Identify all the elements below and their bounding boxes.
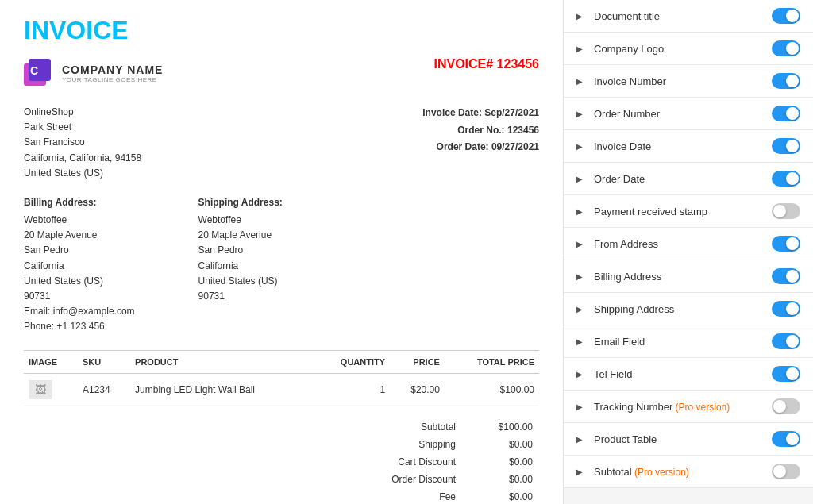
toggle-billing-address[interactable] [772, 268, 800, 284]
toggle-tel-field[interactable] [772, 366, 800, 382]
settings-item-invoice-number[interactable]: ▶ Invoice Number [564, 65, 813, 98]
toggle-invoice-date[interactable] [772, 138, 800, 154]
chevron-icon: ▶ [576, 467, 586, 476]
toggle-thumb [786, 172, 799, 185]
toggle-invoice-number[interactable] [772, 73, 800, 89]
addresses-section: Billing Address: Webtoffee 20 Maple Aven… [24, 197, 539, 335]
toggle-thumb [786, 107, 799, 120]
settings-label: Invoice Date [594, 140, 764, 152]
settings-item-tel-field[interactable]: ▶ Tel Field [564, 358, 813, 391]
settings-label: Email Field [594, 336, 764, 348]
settings-item-subtotal-pro[interactable]: ▶ Subtotal (Pro version) [564, 456, 813, 488]
chevron-icon: ▶ [576, 110, 586, 118]
from-address: OnlineShop Park Street San Francisco Cal… [24, 105, 141, 181]
toggle-thumb [786, 42, 799, 55]
settings-label: Subtotal (Pro version) [594, 466, 764, 478]
settings-item-product-table[interactable]: ▶ Product Table [564, 423, 813, 456]
toggle-thumb [786, 270, 799, 283]
col-sku: SKU [78, 351, 130, 374]
settings-label: Billing Address [594, 271, 764, 283]
cell-sku: A1234 [78, 374, 130, 406]
toggle-thumb [773, 205, 786, 217]
toggle-subtotal-pro[interactable] [772, 464, 800, 479]
invoice-title: INVOICE [24, 16, 539, 45]
toggle-product-table[interactable] [772, 431, 800, 447]
logo-svg: C [24, 57, 56, 89]
settings-label: Product Table [594, 433, 764, 445]
invoice-dates: Invoice Date: Sep/27/2021 Order No.: 123… [422, 105, 539, 181]
toggle-track [772, 171, 800, 187]
svg-text:C: C [30, 64, 38, 77]
toggle-track [772, 40, 800, 56]
shipping-address-block: Shipping Address: Webtoffee 20 Maple Ave… [198, 197, 283, 335]
company-name: COMPANY NAME [62, 63, 163, 76]
chevron-icon: ▶ [576, 370, 586, 379]
chevron-icon: ▶ [576, 142, 586, 151]
settings-label: Payment received stamp [594, 206, 764, 217]
toggle-company-logo[interactable] [772, 40, 800, 56]
chevron-icon: ▶ [576, 240, 586, 248]
toggle-thumb [786, 140, 799, 152]
toggle-order-date[interactable] [772, 171, 800, 187]
cell-price: $20.00 [390, 374, 445, 406]
order-no-row: Order No.: 123456 [422, 122, 539, 140]
toggle-thumb [786, 237, 799, 250]
billing-address-block: Billing Address: Webtoffee 20 Maple Aven… [24, 197, 135, 335]
chevron-icon: ▶ [576, 305, 586, 314]
order-date-row: Order Date: 09/27/2021 [422, 139, 539, 156]
toggle-track [772, 138, 800, 154]
toggle-track [772, 301, 800, 317]
toggle-from-address[interactable] [772, 236, 800, 252]
toggle-order-number[interactable] [772, 106, 800, 121]
pro-badge: (Pro version) [632, 467, 689, 478]
settings-label: Company Logo [594, 43, 764, 55]
settings-label: From Address [594, 238, 764, 250]
pro-badge: (Pro version) [672, 402, 730, 413]
settings-item-shipping-address[interactable]: ▶ Shipping Address [564, 293, 813, 325]
toggle-track [772, 203, 800, 219]
settings-item-company-logo[interactable]: ▶ Company Logo [564, 33, 813, 65]
settings-item-order-number[interactable]: ▶ Order Number [564, 98, 813, 130]
settings-item-from-address[interactable]: ▶ From Address [564, 228, 813, 260]
company-tagline: YOUR TAGLINE GOES HERE [62, 76, 163, 83]
toggle-thumb [773, 400, 786, 413]
toggle-track [772, 236, 800, 252]
settings-item-invoice-date[interactable]: ▶ Invoice Date [564, 130, 813, 163]
cell-quantity: 1 [314, 374, 391, 406]
settings-panel: ▶ Document title ▶ Company Logo ▶ Invoic… [564, 0, 813, 504]
col-image: IMAGE [24, 351, 78, 374]
cell-product: Jumbing LED Light Wall Ball [130, 374, 314, 406]
toggle-track [772, 8, 800, 24]
chevron-icon: ▶ [576, 12, 586, 21]
toggle-thumb [773, 465, 786, 478]
cart-discount-row: Cart Discount $0.00 [334, 454, 538, 470]
totals-section: Subtotal $100.00 Shipping $0.00 Cart Dis… [24, 414, 539, 504]
settings-item-document-title[interactable]: ▶ Document title [564, 0, 813, 33]
toggle-email-field[interactable] [772, 333, 800, 349]
toggle-tracking-number[interactable] [772, 398, 800, 414]
toggle-payment-received-stamp[interactable] [772, 203, 800, 219]
invoice-number-display: INVOICE# 123456 [433, 57, 539, 71]
toggle-thumb [786, 10, 799, 22]
settings-label: Order Number [594, 108, 764, 120]
toggle-track [772, 366, 800, 382]
invoice-header: C COMPANY NAME YOUR TAGLINE GOES HERE IN… [24, 57, 539, 89]
settings-item-billing-address[interactable]: ▶ Billing Address [564, 260, 813, 293]
toggle-document-title[interactable] [772, 8, 800, 24]
settings-item-order-date[interactable]: ▶ Order Date [564, 163, 813, 195]
toggle-shipping-address[interactable] [772, 301, 800, 317]
settings-label: Tracking Number (Pro version) [594, 401, 764, 413]
invoice-meta: OnlineShop Park Street San Francisco Cal… [24, 105, 539, 181]
toggle-track [772, 464, 800, 479]
company-text: COMPANY NAME YOUR TAGLINE GOES HERE [62, 63, 163, 83]
settings-item-email-field[interactable]: ▶ Email Field [564, 325, 813, 358]
toggle-thumb [786, 433, 799, 445]
invoice-panel: INVOICE C COMPANY NAME YOUR TAGLINE GOES… [0, 0, 564, 504]
cell-total: $100.00 [445, 374, 539, 406]
settings-item-payment-received-stamp[interactable]: ▶ Payment received stamp [564, 195, 813, 228]
company-logo: C COMPANY NAME YOUR TAGLINE GOES HERE [24, 57, 163, 89]
toggle-thumb [786, 335, 799, 348]
toggle-thumb [786, 302, 799, 315]
chevron-icon: ▶ [576, 272, 586, 281]
settings-item-tracking-number[interactable]: ▶ Tracking Number (Pro version) [564, 391, 813, 423]
